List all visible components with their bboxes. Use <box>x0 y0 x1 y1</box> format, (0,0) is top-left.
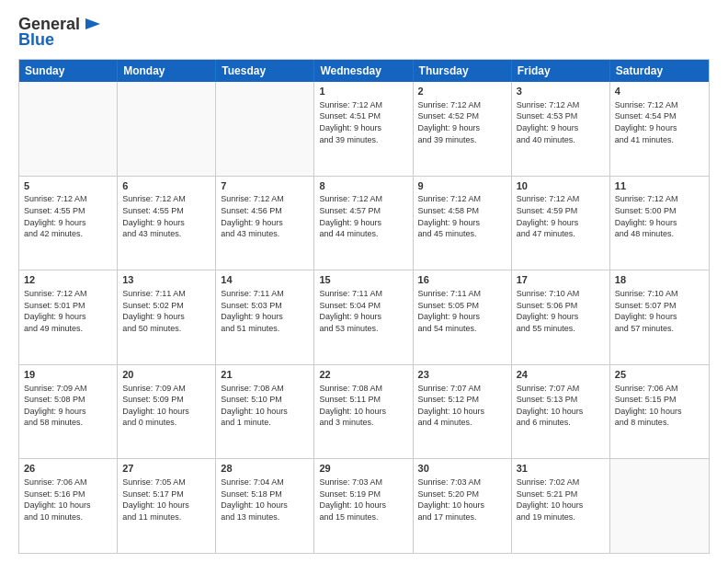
day-number: 19 <box>24 368 112 382</box>
day-info: Sunrise: 7:11 AM Sunset: 5:04 PM Dayligh… <box>319 288 407 334</box>
calendar-day-cell: 23Sunrise: 7:07 AM Sunset: 5:12 PM Dayli… <box>414 365 512 459</box>
calendar-day-cell: 3Sunrise: 7:12 AM Sunset: 4:53 PM Daylig… <box>512 82 610 176</box>
calendar-day-cell: 16Sunrise: 7:11 AM Sunset: 5:05 PM Dayli… <box>414 270 512 364</box>
calendar-row: 5Sunrise: 7:12 AM Sunset: 4:55 PM Daylig… <box>19 177 709 271</box>
day-number: 12 <box>24 273 112 287</box>
day-info: Sunrise: 7:08 AM Sunset: 5:11 PM Dayligh… <box>319 383 407 429</box>
day-number: 27 <box>122 462 210 476</box>
day-info: Sunrise: 7:09 AM Sunset: 5:08 PM Dayligh… <box>24 383 112 429</box>
day-number: 28 <box>221 462 309 476</box>
weekday-header: Monday <box>118 60 216 82</box>
empty-cell <box>216 82 314 176</box>
weekday-header: Wednesday <box>314 60 413 82</box>
day-number: 29 <box>319 462 407 476</box>
day-number: 15 <box>319 273 407 287</box>
day-number: 9 <box>418 179 506 193</box>
day-number: 7 <box>221 179 309 193</box>
header: General Blue <box>18 15 710 50</box>
calendar-day-cell: 21Sunrise: 7:08 AM Sunset: 5:10 PM Dayli… <box>216 365 314 459</box>
day-info: Sunrise: 7:12 AM Sunset: 5:01 PM Dayligh… <box>24 288 112 334</box>
day-number: 5 <box>24 179 112 193</box>
calendar-day-cell: 27Sunrise: 7:05 AM Sunset: 5:17 PM Dayli… <box>118 459 216 553</box>
calendar-day-cell: 18Sunrise: 7:10 AM Sunset: 5:07 PM Dayli… <box>610 270 709 364</box>
calendar-row: 12Sunrise: 7:12 AM Sunset: 5:01 PM Dayli… <box>19 270 709 365</box>
svg-marker-0 <box>85 18 100 29</box>
day-number: 8 <box>319 179 407 193</box>
day-info: Sunrise: 7:10 AM Sunset: 5:07 PM Dayligh… <box>615 288 704 334</box>
day-info: Sunrise: 7:10 AM Sunset: 5:06 PM Dayligh… <box>517 288 605 334</box>
day-info: Sunrise: 7:06 AM Sunset: 5:16 PM Dayligh… <box>24 477 112 523</box>
weekday-header: Saturday <box>610 60 709 82</box>
day-info: Sunrise: 7:03 AM Sunset: 5:19 PM Dayligh… <box>319 477 407 523</box>
day-number: 10 <box>517 179 605 193</box>
day-number: 14 <box>221 273 309 287</box>
calendar-day-cell: 22Sunrise: 7:08 AM Sunset: 5:11 PM Dayli… <box>314 365 413 459</box>
day-number: 22 <box>319 368 407 382</box>
day-info: Sunrise: 7:11 AM Sunset: 5:03 PM Dayligh… <box>221 288 309 334</box>
calendar-day-cell: 28Sunrise: 7:04 AM Sunset: 5:18 PM Dayli… <box>216 459 314 553</box>
day-info: Sunrise: 7:12 AM Sunset: 4:59 PM Dayligh… <box>517 193 605 239</box>
calendar-day-cell: 30Sunrise: 7:03 AM Sunset: 5:20 PM Dayli… <box>414 459 512 553</box>
calendar-row: 1Sunrise: 7:12 AM Sunset: 4:51 PM Daylig… <box>19 82 709 177</box>
logo-blue-text: Blue <box>18 30 54 50</box>
day-number: 23 <box>418 368 506 382</box>
day-number: 6 <box>122 179 210 193</box>
calendar-body: 1Sunrise: 7:12 AM Sunset: 4:51 PM Daylig… <box>19 82 709 553</box>
day-info: Sunrise: 7:12 AM Sunset: 4:53 PM Dayligh… <box>517 99 605 145</box>
empty-cell <box>19 82 118 176</box>
calendar-row: 26Sunrise: 7:06 AM Sunset: 5:16 PM Dayli… <box>19 459 709 553</box>
empty-cell <box>610 459 709 553</box>
logo: General Blue <box>18 15 102 50</box>
calendar-day-cell: 20Sunrise: 7:09 AM Sunset: 5:09 PM Dayli… <box>118 365 216 459</box>
weekday-header: Friday <box>512 60 610 82</box>
day-info: Sunrise: 7:06 AM Sunset: 5:15 PM Dayligh… <box>615 383 704 429</box>
day-info: Sunrise: 7:08 AM Sunset: 5:10 PM Dayligh… <box>221 383 309 429</box>
calendar-day-cell: 4Sunrise: 7:12 AM Sunset: 4:54 PM Daylig… <box>610 82 709 176</box>
page: General Blue SundayMondayTuesdayWednesda… <box>0 0 728 563</box>
calendar-day-cell: 9Sunrise: 7:12 AM Sunset: 4:58 PM Daylig… <box>414 177 512 270</box>
calendar-day-cell: 10Sunrise: 7:12 AM Sunset: 4:59 PM Dayli… <box>512 177 610 270</box>
calendar-row: 19Sunrise: 7:09 AM Sunset: 5:08 PM Dayli… <box>19 365 709 460</box>
day-info: Sunrise: 7:12 AM Sunset: 4:55 PM Dayligh… <box>122 193 210 239</box>
calendar-day-cell: 17Sunrise: 7:10 AM Sunset: 5:06 PM Dayli… <box>512 270 610 364</box>
calendar-day-cell: 12Sunrise: 7:12 AM Sunset: 5:01 PM Dayli… <box>19 270 118 364</box>
day-info: Sunrise: 7:12 AM Sunset: 4:51 PM Dayligh… <box>319 99 407 145</box>
day-info: Sunrise: 7:04 AM Sunset: 5:18 PM Dayligh… <box>221 477 309 523</box>
day-info: Sunrise: 7:12 AM Sunset: 4:52 PM Dayligh… <box>418 99 506 145</box>
calendar-day-cell: 2Sunrise: 7:12 AM Sunset: 4:52 PM Daylig… <box>414 82 512 176</box>
calendar-day-cell: 1Sunrise: 7:12 AM Sunset: 4:51 PM Daylig… <box>314 82 413 176</box>
day-number: 31 <box>517 462 605 476</box>
calendar-day-cell: 14Sunrise: 7:11 AM Sunset: 5:03 PM Dayli… <box>216 270 314 364</box>
day-info: Sunrise: 7:07 AM Sunset: 5:13 PM Dayligh… <box>517 383 605 429</box>
day-info: Sunrise: 7:12 AM Sunset: 5:00 PM Dayligh… <box>615 193 704 239</box>
weekday-header: Sunday <box>19 60 118 82</box>
calendar-day-cell: 19Sunrise: 7:09 AM Sunset: 5:08 PM Dayli… <box>19 365 118 459</box>
calendar-day-cell: 25Sunrise: 7:06 AM Sunset: 5:15 PM Dayli… <box>610 365 709 459</box>
day-info: Sunrise: 7:07 AM Sunset: 5:12 PM Dayligh… <box>418 383 506 429</box>
calendar-day-cell: 13Sunrise: 7:11 AM Sunset: 5:02 PM Dayli… <box>118 270 216 364</box>
day-info: Sunrise: 7:12 AM Sunset: 4:57 PM Dayligh… <box>319 193 407 239</box>
day-number: 1 <box>319 85 407 98</box>
calendar-day-cell: 11Sunrise: 7:12 AM Sunset: 5:00 PM Dayli… <box>610 177 709 270</box>
calendar-day-cell: 5Sunrise: 7:12 AM Sunset: 4:55 PM Daylig… <box>19 177 118 270</box>
day-number: 17 <box>517 273 605 287</box>
day-number: 24 <box>517 368 605 382</box>
day-number: 16 <box>418 273 506 287</box>
day-number: 25 <box>615 368 704 382</box>
day-number: 3 <box>517 85 605 98</box>
day-info: Sunrise: 7:12 AM Sunset: 4:54 PM Dayligh… <box>615 99 704 145</box>
calendar-day-cell: 6Sunrise: 7:12 AM Sunset: 4:55 PM Daylig… <box>118 177 216 270</box>
day-number: 26 <box>24 462 112 476</box>
calendar-day-cell: 24Sunrise: 7:07 AM Sunset: 5:13 PM Dayli… <box>512 365 610 459</box>
calendar-day-cell: 26Sunrise: 7:06 AM Sunset: 5:16 PM Dayli… <box>19 459 118 553</box>
day-info: Sunrise: 7:03 AM Sunset: 5:20 PM Dayligh… <box>418 477 506 523</box>
day-number: 18 <box>615 273 704 287</box>
day-number: 2 <box>418 85 506 98</box>
day-info: Sunrise: 7:05 AM Sunset: 5:17 PM Dayligh… <box>122 477 210 523</box>
weekday-header: Tuesday <box>216 60 314 82</box>
day-number: 21 <box>221 368 309 382</box>
day-info: Sunrise: 7:02 AM Sunset: 5:21 PM Dayligh… <box>517 477 605 523</box>
calendar-day-cell: 7Sunrise: 7:12 AM Sunset: 4:56 PM Daylig… <box>216 177 314 270</box>
day-number: 13 <box>122 273 210 287</box>
calendar-day-cell: 15Sunrise: 7:11 AM Sunset: 5:04 PM Dayli… <box>314 270 413 364</box>
